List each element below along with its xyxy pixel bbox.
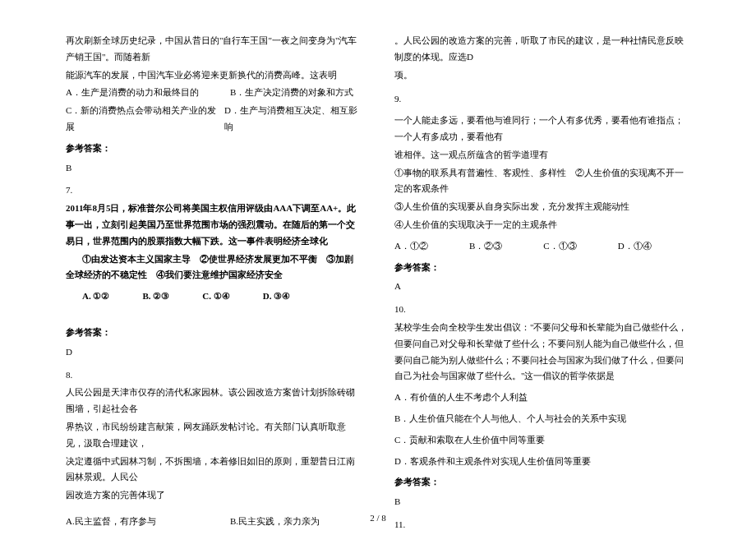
q9-text1: 一个人能走多远，要看他与谁同行；一个人有多优秀，要看他有谁指点；一个人有多成功，…: [394, 113, 690, 145]
q6-option-a: A．生产是消费的动力和最终目的: [66, 85, 230, 101]
q9-number: 9.: [394, 91, 690, 108]
q8-text2: 界热议，市民纷纷建言献策，网友踊跃发帖讨论。有关部门认真听取意见，汲取合理建议，: [66, 419, 362, 452]
q7-text: 2011年8月5日，标准普尔公司将美国主权信用评级由AAA下调至AA+。此事一出…: [66, 201, 362, 249]
right-column: 。人民公园的改造方案的完善，听取了市民的建议，是一种社情民意反映制度的体现。应选…: [394, 33, 690, 493]
q10-number: 10.: [394, 302, 690, 318]
q9-answer-value: A: [394, 279, 690, 295]
q6-answer-value: B: [66, 160, 362, 177]
q8-text1: 人民公园是天津市仅存的清代私家园林。该公园改造方案曾计划拆除砖砌围墙，引起社会各: [66, 385, 362, 417]
q7-option-a: A. ①②: [82, 288, 109, 305]
q8-cont1: 。人民公园的改造方案的完善，听取了市民的建议，是一种社情民意反映制度的体现。应选…: [394, 33, 690, 66]
q6-intro-line2: 能源汽车的发展，中国汽车业必将迎来更新换代的消费高峰。这表明: [66, 67, 362, 84]
question-10: 10. 某校学生会向全校学生发出倡议："不要问父母和长辈能为自己做些什么，但要问…: [394, 302, 690, 510]
q8-option-a: A.民主监督，有序参与: [66, 514, 230, 530]
q8-cont2: 项。: [394, 67, 690, 84]
q6-intro-line1: 再次刷新全球历史纪录，中国从昔日的"自行车王国"一夜之间变身为"汽车产销王国"。…: [66, 33, 362, 66]
q6-answer-header: 参考答案：: [66, 141, 362, 157]
q7-options: A. ①② B. ②③ C. ①④ D. ③④: [82, 288, 362, 305]
q9-option-b: B．②③: [469, 238, 502, 255]
q7-circles: ①由发达资本主义国家主导 ②使世界经济发展更加不平衡 ③加剧全球经济的不稳定性 …: [66, 251, 362, 284]
q11-number: 11.: [394, 517, 690, 533]
page-footer: 2 / 8: [370, 513, 386, 523]
q7-option-b: B. ②③: [142, 288, 169, 305]
q10-option-a: A．有价值的人生不考虑个人利益: [394, 390, 690, 406]
question-7: 7. 2011年8月5日，标准普尔公司将美国主权信用评级由AAA下调至AA+。此…: [66, 182, 362, 360]
q10-answer-value: B: [394, 494, 690, 510]
page-container: 再次刷新全球历史纪录，中国从昔日的"自行车王国"一夜之间变身为"汽车产销王国"。…: [66, 33, 690, 493]
q6-options-row1: A．生产是消费的动力和最终目的 B．生产决定消费的对象和方式: [66, 85, 362, 101]
q10-option-d: D．客观条件和主观条件对实现人生价值同等重要: [394, 454, 690, 470]
q8-options-row1: A.民主监督，有序参与 B.民主实践，亲力亲为: [66, 514, 362, 530]
q9-circle1: ①事物的联系具有普遍性、客观性、多样性 ②人生价值的实现离不开一定的客观条件: [394, 165, 690, 198]
question-8: 8. 人民公园是天津市仅存的清代私家园林。该公园改造方案曾计划拆除砖砌围墙，引起…: [66, 367, 362, 535]
q10-text: 某校学生会向全校学生发出倡议："不要问父母和长辈能为自己做些什么，但要问自己对父…: [394, 320, 690, 385]
left-column: 再次刷新全球历史纪录，中国从昔日的"自行车王国"一夜之间变身为"汽车产销王国"。…: [66, 33, 362, 493]
q7-option-c: C. ①④: [202, 288, 229, 305]
q6-option-b: B．生产决定消费的对象和方式: [230, 85, 353, 101]
q7-number: 7.: [66, 182, 362, 199]
q9-text2: 谁相伴。这一观点所蕴含的哲学道理有: [394, 147, 690, 164]
q9-circle3: ④人生价值的实现取决于一定的主观条件: [394, 217, 690, 233]
q6-options-row2: C．新的消费热点会带动相关产业的发展 D．生产与消费相互决定、相互影响: [66, 103, 362, 136]
q10-option-b: B．人生价值只能在个人与他人、个人与社会的关系中实现: [394, 411, 690, 427]
question-9: 9. 一个人能走多远，要看他与谁同行；一个人有多优秀，要看他有谁指点；一个人有多…: [394, 91, 690, 295]
q10-answer-header: 参考答案：: [394, 474, 690, 491]
q9-option-d: D．①④: [618, 238, 652, 255]
q9-options: A．①② B．②③ C．①③ D．①④: [394, 238, 690, 255]
q9-circle2: ③人生价值的实现要从自身实际出发，充分发挥主观能动性: [394, 199, 690, 215]
q10-option-c: C．贡献和索取在人生价值中同等重要: [394, 432, 690, 449]
q6-option-c: C．新的消费热点会带动相关产业的发展: [66, 103, 224, 136]
q7-answer-header: 参考答案：: [66, 325, 362, 341]
q8-number: 8.: [66, 367, 362, 384]
q8-text3: 决定遵循中式园林习制，不拆围墙，本着修旧如旧的原则，重塑昔日江南园林景观。人民公: [66, 454, 362, 487]
question-11: 11. 2010年1月"谷歌"公司指责中国政府的网络审查并高调退出中国大陆，后又…: [394, 517, 690, 535]
q9-option-c: C．①③: [543, 238, 576, 255]
q8-text4: 园改造方案的完善体现了: [66, 487, 362, 504]
q8-option-b: B.民主实践，亲力亲为: [230, 514, 320, 530]
q6-option-d: D．生产与消费相互决定、相互影响: [224, 103, 362, 136]
q7-option-d: D. ③④: [263, 288, 290, 305]
q7-answer-value: D: [66, 344, 362, 361]
q9-answer-header: 参考答案：: [394, 260, 690, 276]
q9-option-a: A．①②: [394, 238, 428, 255]
